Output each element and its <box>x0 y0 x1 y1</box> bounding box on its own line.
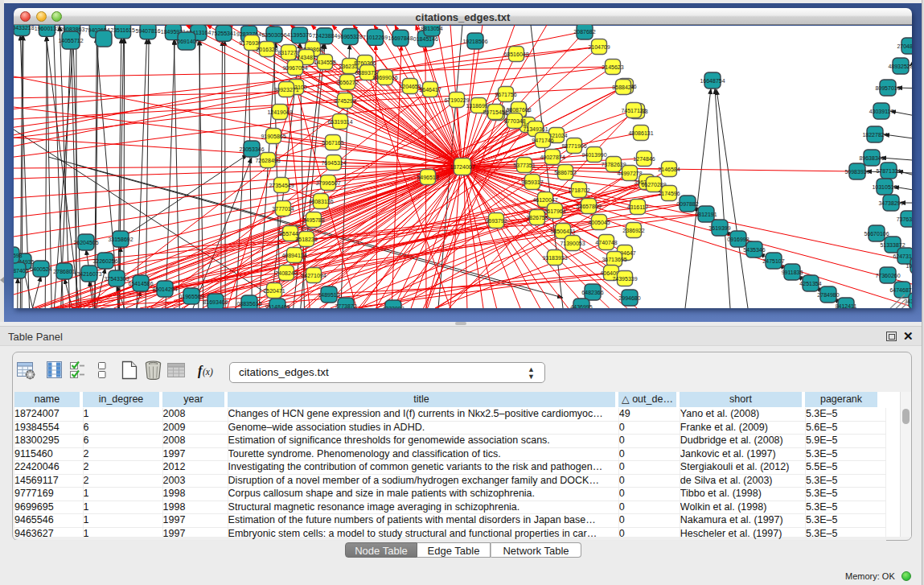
svg-text:2994680: 2994680 <box>618 295 640 301</box>
svg-text:67190229: 67190229 <box>444 97 469 103</box>
svg-text:43039117: 43039117 <box>869 109 894 114</box>
svg-text:8588424: 8588424 <box>612 84 634 90</box>
svg-text:2146584: 2146584 <box>658 167 680 172</box>
svg-text:2016328: 2016328 <box>256 47 277 52</box>
svg-text:0812191: 0812191 <box>695 212 717 217</box>
svg-text:9671756: 9671756 <box>495 92 516 97</box>
svg-text:90967054: 90967054 <box>282 65 307 71</box>
svg-text:3745299: 3745299 <box>334 98 355 104</box>
svg-text:9911838: 9911838 <box>782 270 803 275</box>
svg-text:5646417: 5646417 <box>419 87 441 93</box>
svg-text:1274846: 1274846 <box>633 156 655 162</box>
svg-text:58657809: 58657809 <box>576 204 601 209</box>
svg-text:16648754: 16648754 <box>700 78 725 84</box>
svg-text:9693792: 9693792 <box>485 218 507 224</box>
svg-text:77360260: 77360260 <box>875 273 900 278</box>
svg-text:81693406: 81693406 <box>203 299 228 305</box>
svg-text:2784980: 2784980 <box>817 292 839 298</box>
svg-text:19218506: 19218506 <box>462 39 487 44</box>
svg-text:89638346: 89638346 <box>859 155 884 161</box>
svg-text:85014294: 85014294 <box>152 286 177 292</box>
svg-text:10310518: 10310518 <box>872 184 897 190</box>
svg-text:62473178: 62473178 <box>893 253 912 259</box>
svg-text:44997278: 44997278 <box>617 171 642 176</box>
svg-text:2145623: 2145623 <box>602 64 623 70</box>
svg-text:4005045: 4005045 <box>588 220 610 225</box>
svg-text:75255341: 75255341 <box>211 31 236 36</box>
svg-text:27048281: 27048281 <box>897 43 912 49</box>
svg-text:18724007: 18724007 <box>450 164 474 170</box>
svg-text:32260256: 32260256 <box>92 258 117 264</box>
svg-text:3487401: 3487401 <box>14 268 29 274</box>
svg-text:0097882: 0097882 <box>676 201 698 207</box>
svg-text:68087603: 68087603 <box>506 107 531 113</box>
svg-text:8813054: 8813054 <box>421 26 442 31</box>
svg-text:37996507: 37996507 <box>315 180 340 186</box>
svg-text:4251354: 4251354 <box>799 281 821 286</box>
svg-text:72628498: 72628498 <box>255 158 280 163</box>
svg-text:7773872: 7773872 <box>335 303 356 309</box>
svg-text:71390053: 71390053 <box>560 241 585 246</box>
svg-text:23511615: 23511615 <box>110 27 135 33</box>
svg-text:34738299: 34738299 <box>878 200 903 206</box>
svg-text:88771906: 88771906 <box>561 143 586 149</box>
svg-text:0916998: 0916998 <box>727 237 749 242</box>
svg-text:9471746: 9471746 <box>532 138 553 143</box>
svg-text:14055712: 14055712 <box>58 38 83 43</box>
svg-text:3518233: 3518233 <box>295 237 317 242</box>
svg-text:10801326: 10801326 <box>906 263 912 269</box>
svg-text:68516048: 68516048 <box>503 51 528 57</box>
svg-text:49894134: 49894134 <box>281 253 306 258</box>
svg-text:08835615: 08835615 <box>236 301 261 307</box>
svg-text:5067165: 5067165 <box>322 140 343 146</box>
svg-text:84271094: 84271094 <box>301 273 326 278</box>
svg-text:91905865: 91905865 <box>261 134 285 139</box>
svg-text:80699016: 80699016 <box>372 75 397 80</box>
svg-text:18227824: 18227824 <box>862 132 887 138</box>
svg-text:5886753: 5886753 <box>554 170 576 175</box>
svg-text:66319314: 66319314 <box>327 119 352 125</box>
svg-text:10433218: 10433218 <box>14 25 35 31</box>
svg-text:73763116: 73763116 <box>897 216 912 222</box>
svg-text:9859317: 9859317 <box>521 179 543 185</box>
svg-text:80957015: 80957015 <box>875 85 900 91</box>
svg-text:6400524: 6400524 <box>30 266 51 272</box>
svg-text:2174596: 2174596 <box>658 191 680 196</box>
svg-text:0656272: 0656272 <box>336 80 358 85</box>
svg-text:96965328: 96965328 <box>338 34 363 39</box>
svg-text:56670106: 56670106 <box>864 231 889 237</box>
svg-text:2087682: 2087682 <box>573 29 595 35</box>
svg-text:34309805: 34309805 <box>904 299 912 304</box>
svg-text:16697848: 16697848 <box>388 35 413 41</box>
svg-text:12419049: 12419049 <box>267 109 292 115</box>
svg-text:33158692: 33158692 <box>108 237 133 242</box>
svg-text:30923271: 30923271 <box>273 87 298 93</box>
svg-text:71012269: 71012269 <box>363 35 388 40</box>
svg-text:4316117: 4316117 <box>627 204 649 210</box>
svg-text:5377351: 5377351 <box>513 163 535 168</box>
svg-text:2786801: 2786801 <box>53 269 75 274</box>
svg-text:74395339: 74395339 <box>612 276 637 282</box>
svg-text:74517123: 74517123 <box>621 108 646 113</box>
svg-text:48083136: 48083136 <box>308 199 333 204</box>
svg-text:49027874: 49027874 <box>540 154 565 160</box>
svg-text:50983930: 50983930 <box>844 169 869 175</box>
svg-text:2475107: 2475107 <box>762 258 784 264</box>
svg-text:6482366: 6482366 <box>581 290 603 295</box>
svg-text:37543303: 37543303 <box>104 276 129 282</box>
svg-text:3777014: 3777014 <box>272 206 294 212</box>
svg-text:1489513: 1489513 <box>318 292 339 298</box>
svg-text:5496513: 5496513 <box>417 175 438 180</box>
svg-text:27354549: 27354549 <box>269 183 294 188</box>
svg-text:51333872: 51333872 <box>880 242 905 248</box>
svg-text:01965569: 01965569 <box>179 294 203 299</box>
svg-text:34216073: 34216073 <box>76 271 101 277</box>
svg-text:26204505: 26204505 <box>73 240 98 245</box>
svg-text:94013990: 94013990 <box>581 152 606 158</box>
svg-text:3619399: 3619399 <box>708 225 730 231</box>
svg-text:95148465: 95148465 <box>265 304 290 309</box>
svg-text:7204653: 7204653 <box>399 84 421 89</box>
svg-text:20691406: 20691406 <box>174 39 199 44</box>
svg-text:72423884: 72423884 <box>312 33 337 39</box>
svg-text:93183933: 93183933 <box>542 255 567 261</box>
